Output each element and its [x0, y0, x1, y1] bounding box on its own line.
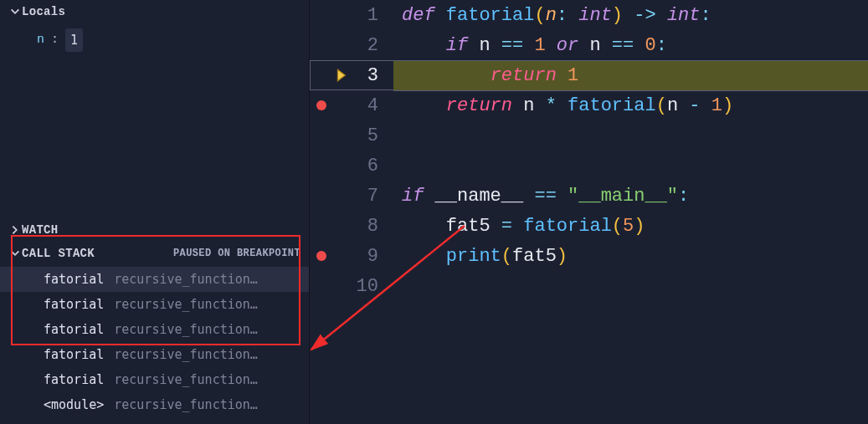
code-content: print(fat5): [393, 246, 568, 267]
stack-frame[interactable]: fatorialrecursive_function…: [0, 367, 309, 392]
local-var-value: 1: [65, 28, 83, 52]
stack-frame-fn: fatorial: [44, 272, 104, 287]
stack-frame[interactable]: fatorialrecursive_function…: [0, 317, 309, 342]
callstack-body: fatorialrecursive_function…fatorialrecur…: [0, 265, 309, 424]
stack-frame-fn: fatorial: [44, 347, 104, 362]
code-content: fat5 = fatorial(5): [393, 216, 645, 237]
local-var-name: n: [37, 28, 44, 52]
code-line[interactable]: 3 return 1: [310, 60, 868, 90]
line-number: 3: [352, 65, 393, 86]
code-line[interactable]: 2 if n == 1 or n == 0:: [310, 30, 868, 60]
code-line[interactable]: 10: [310, 271, 868, 301]
line-number: 9: [352, 246, 393, 267]
chevron-down-icon: [8, 6, 22, 18]
stack-frame-src: recursive_function…: [114, 372, 258, 387]
code-line[interactable]: 9 print(fat5): [310, 241, 868, 271]
stack-frame[interactable]: fatorialrecursive_function…: [0, 267, 309, 292]
debug-sidebar: Locals n:1 WATCH CALL STACK PAUSED ON BR…: [0, 0, 310, 424]
stack-frame-src: recursive_function…: [114, 322, 258, 337]
stack-frame-fn: fatorial: [44, 372, 104, 387]
stack-frame[interactable]: <module>recursive_function…: [0, 392, 309, 417]
code-line[interactable]: 6: [310, 151, 868, 181]
stack-frame-src: recursive_function…: [114, 397, 258, 412]
execution-pointer-icon: [335, 68, 350, 83]
stack-frame-fn: fatorial: [44, 297, 104, 312]
code-line[interactable]: 1def fatorial(n: int) -> int:: [310, 0, 868, 30]
stack-frame-src: recursive_function…: [114, 297, 258, 312]
line-number: 7: [352, 186, 393, 207]
line-number: 6: [352, 156, 393, 176]
callstack-status: PAUSED ON BREAKPOINT: [173, 248, 300, 259]
code-content: return 1: [393, 65, 578, 86]
locals-header[interactable]: Locals: [0, 0, 309, 23]
breakpoint-icon: [316, 100, 326, 110]
chevron-down-icon: [8, 248, 22, 259]
code-content: def fatorial(n: int) -> int:: [393, 5, 711, 26]
code-line[interactable]: 5: [310, 120, 868, 151]
code-editor[interactable]: 1def fatorial(n: int) -> int:2 if n == 1…: [310, 0, 868, 424]
line-number: 2: [352, 35, 393, 56]
locals-title: Locals: [22, 5, 300, 18]
line-number: 4: [352, 95, 393, 116]
code-content: return n * fatorial(n - 1): [393, 95, 733, 116]
code-line[interactable]: 7if __name__ == "__main__":: [310, 181, 868, 211]
breakpoint-gutter[interactable]: [310, 100, 333, 110]
line-number: 10: [352, 276, 393, 297]
code-line[interactable]: 4 return n * fatorial(n - 1): [310, 90, 868, 120]
locals-body: n:1: [0, 23, 309, 60]
callstack-header[interactable]: CALL STACK PAUSED ON BREAKPOINT: [0, 242, 309, 265]
stack-frame[interactable]: fatorialrecursive_function…: [0, 342, 309, 367]
line-number: 8: [352, 216, 393, 237]
callstack-title: CALL STACK: [22, 247, 173, 260]
breakpoint-gutter[interactable]: [310, 251, 333, 261]
local-var[interactable]: n:1: [37, 28, 289, 52]
watch-title: WATCH: [22, 223, 300, 237]
stack-frame-src: recursive_function…: [114, 347, 258, 362]
sidebar-spacer: [0, 60, 309, 218]
code-content: if __name__ == "__main__":: [393, 186, 689, 207]
line-number: 1: [352, 5, 393, 26]
stack-frame-fn: fatorial: [44, 322, 104, 337]
code-line[interactable]: 8 fat5 = fatorial(5): [310, 211, 868, 241]
breakpoint-icon: [316, 251, 326, 261]
stack-frame-fn: <module>: [44, 397, 104, 412]
stack-frame-src: recursive_function…: [114, 272, 258, 287]
chevron-right-icon: [8, 224, 22, 236]
watch-header[interactable]: WATCH: [0, 218, 309, 242]
code-content: if n == 1 or n == 0:: [393, 35, 667, 56]
stack-frame[interactable]: fatorialrecursive_function…: [0, 292, 309, 317]
line-number: 5: [352, 125, 393, 146]
execution-pointer-gutter: [333, 68, 352, 83]
